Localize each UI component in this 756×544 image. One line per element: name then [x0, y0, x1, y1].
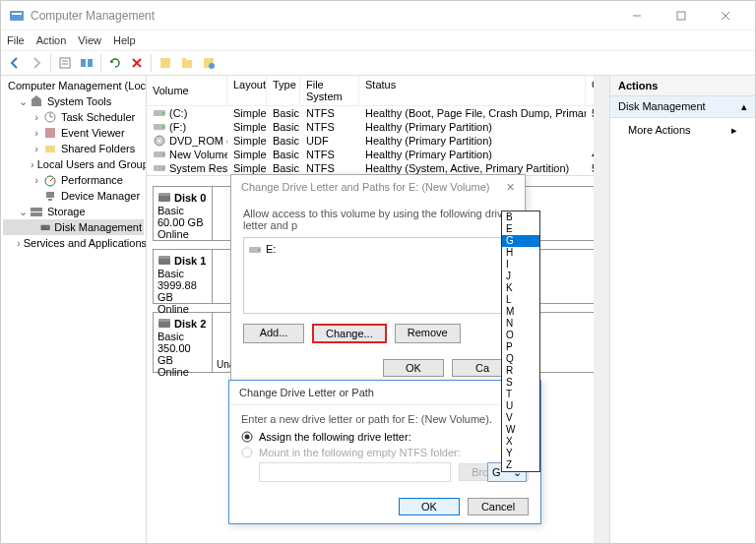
dropdown-option[interactable]: S — [502, 377, 539, 389]
add-button[interactable]: Add... — [243, 324, 304, 343]
back-button[interactable] — [5, 53, 25, 73]
tool-icon-2[interactable] — [177, 53, 197, 73]
svg-point-38 — [162, 112, 164, 114]
menu-help[interactable]: Help — [113, 34, 136, 46]
volume-row[interactable]: System ReservedSimpleBasicNTFSHealthy (S… — [147, 161, 609, 175]
dialog1-text: Allow access to this volume by using the… — [243, 208, 513, 231]
tree-event[interactable]: ›Event Viewer — [3, 125, 144, 141]
col-status[interactable]: Status — [359, 76, 586, 105]
dropdown-option[interactable]: L — [502, 294, 539, 306]
radio-checked-icon — [241, 431, 253, 443]
dropdown-option[interactable]: N — [502, 318, 539, 330]
actions-header: Actions — [610, 76, 755, 96]
dropdown-option[interactable]: G — [502, 235, 539, 247]
show-hide-icon[interactable] — [77, 53, 96, 73]
dropdown-option[interactable]: W — [502, 424, 539, 436]
tool-icon-1[interactable] — [156, 53, 175, 73]
svg-rect-0 — [10, 11, 24, 21]
dropdown-option[interactable]: P — [502, 341, 539, 353]
dropdown-option[interactable]: U — [502, 400, 539, 412]
dialog2-ok-button[interactable]: OK — [399, 498, 460, 515]
navigation-tree[interactable]: Computer Management (Local ⌄System Tools… — [1, 76, 147, 543]
change-paths-dialog: Change Drive Letter and Paths for E: (Ne… — [230, 174, 526, 386]
dropdown-option[interactable]: J — [502, 271, 539, 282]
col-layout[interactable]: Layout — [227, 76, 267, 105]
menu-view[interactable]: View — [78, 34, 101, 46]
refresh-icon[interactable] — [105, 53, 125, 73]
forward-button[interactable] — [27, 53, 46, 73]
svg-rect-14 — [182, 60, 192, 68]
tree-shared[interactable]: ›Shared Folders — [3, 141, 144, 156]
col-volume[interactable]: Volume — [147, 76, 227, 105]
svg-rect-49 — [158, 258, 170, 265]
volume-row[interactable]: New Volume (E:)SimpleBasicNTFSHealthy (P… — [147, 148, 609, 161]
close-button[interactable] — [703, 2, 747, 30]
tree-devmgr[interactable]: Device Manager — [3, 188, 144, 204]
dropdown-option[interactable]: V — [502, 412, 539, 424]
volume-row[interactable]: (C:)SimpleBasicNTFSHealthy (Boot, Page F… — [147, 106, 609, 120]
radio-assign-letter[interactable]: Assign the following drive letter: — [241, 431, 529, 443]
dropdown-option[interactable]: Q — [502, 353, 539, 365]
volume-row[interactable]: (F:)SimpleBasicNTFSHealthy (Primary Part… — [147, 120, 609, 134]
svg-rect-29 — [46, 192, 54, 198]
dropdown-option[interactable]: O — [502, 330, 539, 341]
radio-mount-folder[interactable]: Mount in the following empty NTFS folder… — [241, 447, 529, 458]
tree-systools[interactable]: ⌄System Tools — [3, 93, 144, 109]
minimize-button[interactable] — [614, 2, 659, 30]
disk-badge-icon — [158, 254, 171, 268]
tree-root[interactable]: Computer Management (Local — [3, 78, 144, 93]
remove-button[interactable]: Remove — [395, 324, 461, 343]
tree-task[interactable]: ›Task Scheduler — [3, 109, 144, 125]
svg-rect-52 — [158, 319, 170, 322]
tool-icon-3[interactable] — [199, 53, 219, 73]
drive-list[interactable]: E: — [243, 237, 513, 314]
svg-point-34 — [47, 226, 49, 228]
menu-file[interactable]: File — [7, 34, 25, 46]
properties-icon[interactable] — [55, 53, 75, 73]
svg-rect-23 — [45, 146, 55, 152]
drive-letter-dropdown[interactable]: BEGHIJKLMNOPQRSTUVWXYZ — [501, 211, 540, 472]
dropdown-option[interactable]: T — [502, 389, 539, 400]
dropdown-option[interactable]: X — [502, 436, 539, 448]
dropdown-option[interactable]: R — [502, 365, 539, 377]
tree-perf[interactable]: ›Performance — [3, 172, 144, 188]
dropdown-option[interactable]: K — [502, 282, 539, 294]
dropdown-option[interactable]: B — [502, 212, 539, 223]
svg-rect-13 — [160, 58, 170, 68]
dialog1-ok-button[interactable]: OK — [383, 359, 444, 377]
tree-diskmgmt[interactable]: Disk Management — [3, 219, 144, 235]
delete-icon[interactable] — [127, 53, 147, 73]
tree-storage[interactable]: ⌄Storage — [3, 204, 144, 219]
dropdown-option[interactable]: E — [502, 223, 539, 235]
change-button[interactable]: Change... — [312, 324, 387, 343]
dropdown-option[interactable]: Y — [502, 448, 539, 459]
drive-list-item[interactable]: E: — [248, 242, 508, 256]
svg-point-46 — [162, 167, 164, 169]
dropdown-option[interactable]: M — [502, 306, 539, 318]
svg-rect-50 — [158, 256, 170, 259]
disk-badge-icon — [158, 191, 171, 205]
change-letter-dialog: Change Drive Letter or Path Enter a new … — [228, 380, 541, 524]
col-filesystem[interactable]: File System — [300, 76, 359, 105]
arrow-right-icon: ▸ — [731, 124, 737, 137]
app-icon — [9, 8, 25, 24]
dropdown-option[interactable]: I — [502, 259, 539, 271]
dialog1-close-icon[interactable]: ✕ — [506, 181, 515, 194]
tree-users[interactable]: ›Local Users and Groups — [3, 156, 144, 172]
volume-header: Volume Layout Type File System Status C — [147, 76, 609, 106]
tree-services[interactable]: ›Services and Applications — [3, 235, 144, 251]
volume-row[interactable]: DVD_ROM (D:)SimpleBasicUDFHealthy (Prima… — [147, 134, 609, 148]
actions-section[interactable]: Disk Management▴ — [610, 96, 755, 118]
window-title: Computer Management — [31, 9, 614, 23]
actions-pane: Actions Disk Management▴ More Actions▸ — [609, 76, 755, 543]
col-type[interactable]: Type — [267, 76, 300, 105]
menu-action[interactable]: Action — [36, 34, 67, 46]
actions-more[interactable]: More Actions▸ — [610, 118, 755, 143]
scrollbar[interactable] — [594, 76, 609, 543]
dropdown-option[interactable]: H — [502, 247, 539, 259]
dropdown-option[interactable]: Z — [502, 459, 539, 471]
dialog2-cancel-button[interactable]: Cancel — [468, 498, 529, 515]
maximize-button[interactable] — [659, 2, 703, 30]
svg-rect-51 — [158, 321, 170, 328]
svg-point-40 — [162, 126, 164, 128]
